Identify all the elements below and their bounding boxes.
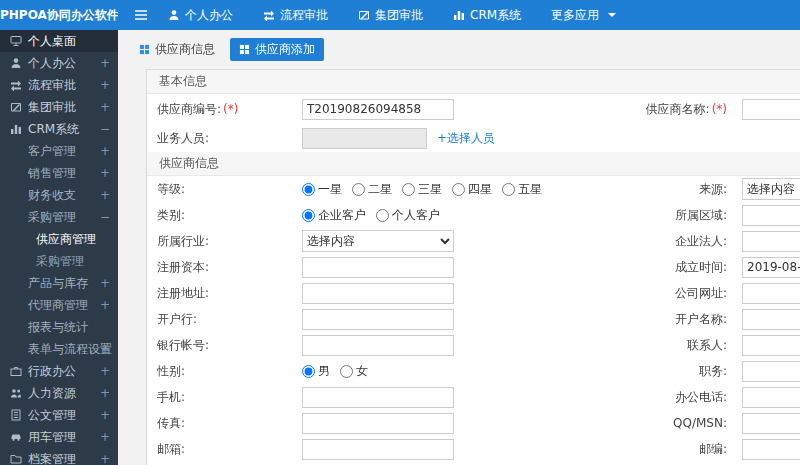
expand-toggle[interactable]: + (100, 56, 110, 70)
radio-input[interactable] (340, 365, 353, 378)
radio-input[interactable] (452, 183, 465, 196)
tab-supplier-add[interactable]: 供应商添加 (230, 38, 324, 61)
expand-toggle[interactable]: + (100, 188, 110, 202)
collapse-toggle[interactable]: − (100, 210, 110, 224)
sidebar: 个人桌面 个人办公 + 流程审批 + 集团审批 + CRM系统 − 客户管理 +… (0, 30, 118, 465)
zipcode-input[interactable] (742, 439, 800, 460)
expand-toggle[interactable]: + (100, 144, 110, 158)
expand-toggle[interactable]: + (100, 166, 110, 180)
sidebar-label: 个人桌面 (28, 33, 76, 50)
industry-select[interactable]: 选择内容 (302, 230, 454, 252)
nav-more-apps[interactable]: 更多应用 (551, 7, 616, 24)
fax-input[interactable] (302, 413, 454, 434)
sidebar-item-admin-office[interactable]: 行政办公 + (0, 360, 118, 382)
radio-input[interactable] (402, 183, 415, 196)
expand-toggle[interactable]: + (100, 276, 110, 290)
sidebar-item-sales-mgmt[interactable]: 销售管理 + (0, 162, 118, 184)
staff-input[interactable] (302, 128, 427, 149)
expand-toggle[interactable]: + (100, 342, 110, 356)
sidebar-item-purchase-mgmt[interactable]: 采购管理 − (0, 206, 118, 228)
nav-group-approval[interactable]: 集团审批 (358, 7, 423, 24)
user-icon (168, 9, 180, 21)
sidebar-item-agent-mgmt[interactable]: 代理商管理 + (0, 294, 118, 316)
level-option[interactable]: 五星 (502, 181, 542, 198)
email-input[interactable] (302, 439, 454, 460)
select-staff-link[interactable]: +选择人员 (437, 130, 495, 147)
sidebar-item-group-approval[interactable]: 集团审批 + (0, 96, 118, 118)
office-phone-input[interactable] (742, 387, 800, 408)
region-input[interactable] (742, 205, 800, 226)
sidebar-item-document-mgmt[interactable]: 公文管理 + (0, 404, 118, 426)
top-nav: 个人办公 流程审批 集团审批 CRM系统 更多应用 (168, 7, 616, 24)
expand-toggle[interactable]: + (100, 452, 110, 465)
level-option[interactable]: 二星 (352, 181, 392, 198)
expand-toggle[interactable]: + (100, 100, 110, 114)
radio-input[interactable] (302, 365, 315, 378)
expand-toggle[interactable]: + (100, 364, 110, 378)
mobile-input[interactable] (302, 387, 454, 408)
nav-label: 流程审批 (280, 7, 328, 24)
radio-input[interactable] (352, 183, 365, 196)
website-input[interactable] (742, 283, 800, 304)
sidebar-item-archive-mgmt[interactable]: 档案管理 + (0, 448, 118, 465)
reg-address-input[interactable] (302, 283, 454, 304)
sidebar-item-product-inventory[interactable]: 产品与库存 + (0, 272, 118, 294)
sidebar-item-supplier-mgmt[interactable]: 供应商管理 (0, 228, 118, 250)
contact-input[interactable] (742, 335, 800, 356)
sidebar-item-process-approval[interactable]: 流程审批 + (0, 74, 118, 96)
reg-capital-input[interactable] (302, 257, 454, 278)
field-label: 公司网址: (622, 285, 742, 302)
gender-option[interactable]: 男 (302, 363, 330, 380)
supplier-no-input[interactable] (302, 99, 454, 120)
level-option[interactable]: 一星 (302, 181, 342, 198)
category-option[interactable]: 个人客户 (376, 207, 440, 224)
sidebar-item-personal-office[interactable]: 个人办公 + (0, 52, 118, 74)
supplier-name-input[interactable] (742, 99, 800, 120)
expand-toggle[interactable]: + (100, 408, 110, 422)
sidebar-label: 集团审批 (28, 99, 76, 116)
sidebar-item-reports-stats[interactable]: 报表与统计 (0, 316, 118, 338)
radio-input[interactable] (502, 183, 515, 196)
position-input[interactable] (742, 361, 800, 382)
sidebar-item-purchasing[interactable]: 采购管理 (0, 250, 118, 272)
nav-personal-office[interactable]: 个人办公 (168, 7, 233, 24)
radio-input[interactable] (376, 209, 389, 222)
source-select[interactable]: 选择内容 (742, 178, 800, 200)
expand-toggle[interactable]: + (100, 430, 110, 444)
expand-toggle[interactable]: + (100, 386, 110, 400)
sidebar-item-finance[interactable]: 财务收支 + (0, 184, 118, 206)
collapse-toggle[interactable]: − (100, 122, 110, 136)
tab-supplier-info[interactable]: 供应商信息 (130, 38, 224, 61)
expand-toggle[interactable]: + (100, 78, 110, 92)
radio-label: 个人客户 (392, 207, 440, 224)
field-label: 所属行业: (147, 233, 302, 250)
level-option[interactable]: 三星 (402, 181, 442, 198)
nav-process-approval[interactable]: 流程审批 (263, 7, 328, 24)
legal-person-input[interactable] (742, 231, 800, 252)
hamburger-icon[interactable] (134, 9, 148, 21)
tab-label: 供应商信息 (155, 41, 215, 58)
level-option[interactable]: 四星 (452, 181, 492, 198)
bank-account-input[interactable] (302, 335, 454, 356)
sidebar-item-personal-desktop[interactable]: 个人桌面 (0, 30, 118, 52)
founded-date-input[interactable] (742, 257, 800, 278)
radio-input[interactable] (302, 209, 315, 222)
category-option[interactable]: 企业客户 (302, 207, 366, 224)
sidebar-label: 用车管理 (28, 429, 76, 446)
gender-option[interactable]: 女 (340, 363, 368, 380)
topbar: PHPOA协同办公软件 个人办公 流程审批 集团审批 CRM系统 更多应用 (0, 0, 800, 30)
nav-crm-system[interactable]: CRM系统 (453, 7, 521, 24)
sidebar-item-human-resources[interactable]: 人力资源 + (0, 382, 118, 404)
radio-input[interactable] (302, 183, 315, 196)
sidebar-label: 行政办公 (28, 363, 76, 380)
sidebar-item-vehicle-mgmt[interactable]: 用车管理 + (0, 426, 118, 448)
expand-toggle[interactable]: + (100, 298, 110, 312)
sidebar-item-customer-mgmt[interactable]: 客户管理 + (0, 140, 118, 162)
qq-msn-input[interactable] (742, 413, 800, 434)
account-name-input[interactable] (742, 309, 800, 330)
sidebar-item-form-flow-settings[interactable]: 表单与流程设置 + (0, 338, 118, 360)
sidebar-item-crm-system[interactable]: CRM系统 − (0, 118, 118, 140)
nav-label: 更多应用 (551, 7, 599, 24)
bank-input[interactable] (302, 309, 454, 330)
sidebar-label: 产品与库存 (28, 275, 88, 292)
